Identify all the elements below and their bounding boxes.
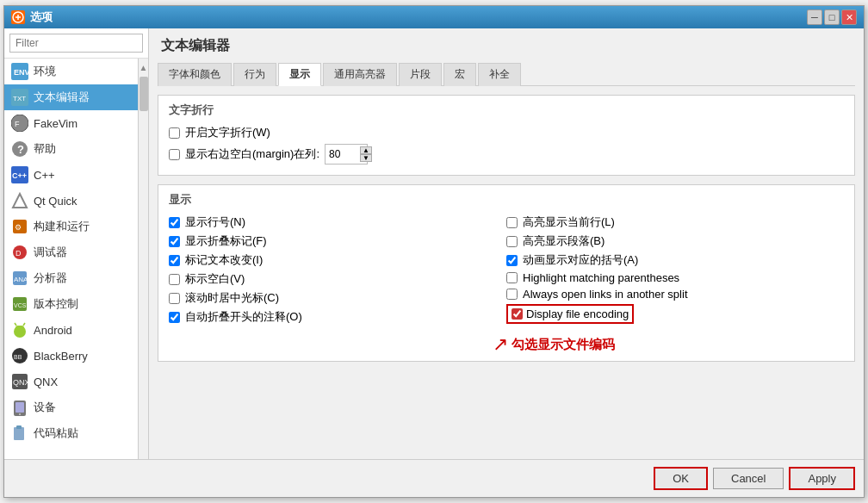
minimize-button[interactable]: ─ <box>807 9 822 25</box>
sidebar-scroll-thumb[interactable] <box>140 77 148 111</box>
tab-font-color[interactable]: 字体和颜色 <box>158 63 232 86</box>
center-cursor-row: 滚动时居中光标(C) <box>169 290 506 306</box>
tab-macros[interactable]: 宏 <box>443 63 476 86</box>
margin-spinbox: ▲ ▼ <box>325 144 368 165</box>
tab-display[interactable]: 显示 <box>278 63 321 86</box>
sidebar-label-help: 帮助 <box>34 141 56 157</box>
filter-input[interactable] <box>9 34 143 53</box>
open-links-split-row: Always open links in another split <box>506 288 844 301</box>
animate-brackets-checkbox[interactable] <box>506 255 518 266</box>
main-content: 文本编辑器 字体和颜色 行为 显示 通用高亮器 片段 宏 补全 文字折行 开启文… <box>149 28 864 459</box>
sidebar-label-env: 环境 <box>34 64 56 79</box>
sidebar-item-cpp[interactable]: C++ C++ <box>4 162 138 188</box>
svg-text:TXT: TXT <box>13 95 26 102</box>
content-area: ENV 环境 TXT 文本编辑器 F <box>4 28 864 459</box>
sidebar-label-qnx: QNX <box>34 376 58 388</box>
help-icon: ? <box>11 140 28 158</box>
svg-marker-11 <box>13 194 27 208</box>
sidebar-scrollbar[interactable]: ▲ <box>138 59 148 459</box>
qtquick-icon <box>11 192 28 209</box>
titlebar-left: 选项 <box>11 9 53 25</box>
sidebar-label-build: 构建和运行 <box>34 219 90 234</box>
sidebar-item-help[interactable]: ? 帮助 <box>4 136 138 162</box>
center-cursor-checkbox[interactable] <box>169 293 180 304</box>
sidebar-label-blackberry: BlackBerry <box>34 350 88 363</box>
display-file-encoding-highlight: Display file encoding <box>506 304 634 324</box>
sidebar-item-text-editor[interactable]: TXT 文本编辑器 <box>4 84 138 110</box>
show-margin-checkbox[interactable] <box>169 149 180 160</box>
sidebar-item-debugger[interactable]: D 调试器 <box>4 239 138 265</box>
build-icon: ⚙ <box>11 218 28 235</box>
tab-snippets[interactable]: 片段 <box>399 63 442 86</box>
svg-text:C++: C++ <box>12 171 27 180</box>
apply-button[interactable]: Apply <box>789 467 855 490</box>
sidebar-item-qtquick[interactable]: Qt Quick <box>4 188 138 214</box>
svg-point-30 <box>19 413 21 415</box>
display-file-encoding-checkbox[interactable] <box>512 308 523 320</box>
highlight-current-line-checkbox[interactable] <box>506 217 518 228</box>
spinbox-buttons: ▲ ▼ <box>360 146 372 162</box>
highlight-parens-checkbox[interactable] <box>506 272 518 283</box>
bb-icon: BB <box>11 347 28 364</box>
sidebar-item-vcs[interactable]: VCS 版本控制 <box>4 291 138 317</box>
mark-text-changes-label: 标记文本改变(I) <box>185 252 263 268</box>
sidebar-item-code-paste[interactable]: 代码粘贴 <box>4 420 138 446</box>
enable-wrap-checkbox[interactable] <box>169 127 180 139</box>
svg-text:ENV: ENV <box>14 68 28 77</box>
sidebar-item-fakevim[interactable]: F FakeVim <box>4 110 138 136</box>
mark-text-changes-row: 标记文本改变(I) <box>169 252 506 268</box>
svg-text:BB: BB <box>14 354 22 360</box>
sidebar-item-analyzer[interactable]: ANA 分析器 <box>4 265 138 291</box>
sidebar-label-text-editor: 文本编辑器 <box>34 90 90 105</box>
ok-button[interactable]: OK <box>654 467 708 490</box>
tab-completion[interactable]: 补全 <box>478 63 521 86</box>
show-fold-markers-label: 显示折叠标记(F) <box>185 233 267 249</box>
sidebar-item-build[interactable]: ⚙ 构建和运行 <box>4 214 138 239</box>
animate-brackets-label: 动画显示对应的括号(A) <box>523 252 638 268</box>
text-editor-icon: TXT <box>11 89 28 106</box>
tab-behavior[interactable]: 行为 <box>233 63 276 86</box>
show-whitespace-checkbox[interactable] <box>169 274 180 285</box>
show-line-numbers-checkbox[interactable] <box>169 217 180 228</box>
spinbox-down[interactable]: ▼ <box>360 154 372 162</box>
sidebar-label-debugger: 调试器 <box>34 245 67 260</box>
display-left-col: 显示行号(N) 显示折叠标记(F) 标记文本改变(I) 标示空白(V) <box>169 214 506 328</box>
sidebar-scroll-area: ENV 环境 TXT 文本编辑器 F <box>4 59 148 459</box>
show-fold-markers-row: 显示折叠标记(F) <box>169 233 506 249</box>
sidebar-item-devices[interactable]: 设备 <box>4 394 138 420</box>
tab-highlight[interactable]: 通用高亮器 <box>323 63 397 86</box>
animate-brackets-row: 动画显示对应的括号(A) <box>506 252 844 268</box>
sidebar-item-android[interactable]: Android <box>4 317 138 343</box>
auto-fold-comments-checkbox[interactable] <box>169 312 180 323</box>
open-links-split-checkbox[interactable] <box>506 289 518 300</box>
sidebar-item-qnx[interactable]: QNX QNX <box>4 369 138 394</box>
margin-value-input[interactable] <box>329 148 360 160</box>
annotation-arrow: ↗ <box>493 335 508 354</box>
close-button[interactable]: ✕ <box>841 9 857 25</box>
paste-icon <box>11 425 28 442</box>
spinbox-up[interactable]: ▲ <box>360 146 372 154</box>
open-links-split-label: Always open links in another split <box>523 288 688 301</box>
maximize-button[interactable]: □ <box>824 9 840 25</box>
svg-rect-29 <box>16 402 24 413</box>
cancel-button[interactable]: Cancel <box>713 468 784 489</box>
show-margin-row: 显示右边空白(margin)在列: ▲ ▼ <box>169 144 844 165</box>
sidebar-label-vcs: 版本控制 <box>34 296 78 312</box>
sidebar-label-devices: 设备 <box>34 400 56 415</box>
sidebar-label-analyzer: 分析器 <box>34 270 67 286</box>
sidebar-item-blackberry[interactable]: BB BlackBerry <box>4 343 138 369</box>
show-fold-markers-checkbox[interactable] <box>169 236 180 247</box>
svg-rect-21 <box>16 326 24 332</box>
sidebar-item-env[interactable]: ENV 环境 <box>4 59 138 84</box>
show-whitespace-row: 标示空白(V) <box>169 271 506 287</box>
annotation-text: 勾选显示文件编码 <box>512 337 615 353</box>
text-wrap-title: 文字折行 <box>169 102 844 118</box>
highlight-blocks-label: 高亮显示段落(B) <box>523 233 604 249</box>
show-line-numbers-label: 显示行号(N) <box>185 214 245 230</box>
show-whitespace-label: 标示空白(V) <box>185 271 245 287</box>
mark-text-changes-checkbox[interactable] <box>169 255 180 266</box>
display-columns: 显示行号(N) 显示折叠标记(F) 标记文本改变(I) 标示空白(V) <box>169 214 844 328</box>
android-icon <box>11 321 28 338</box>
highlight-parens-label: Highlight matching parentheses <box>523 271 679 284</box>
highlight-blocks-checkbox[interactable] <box>506 236 518 247</box>
